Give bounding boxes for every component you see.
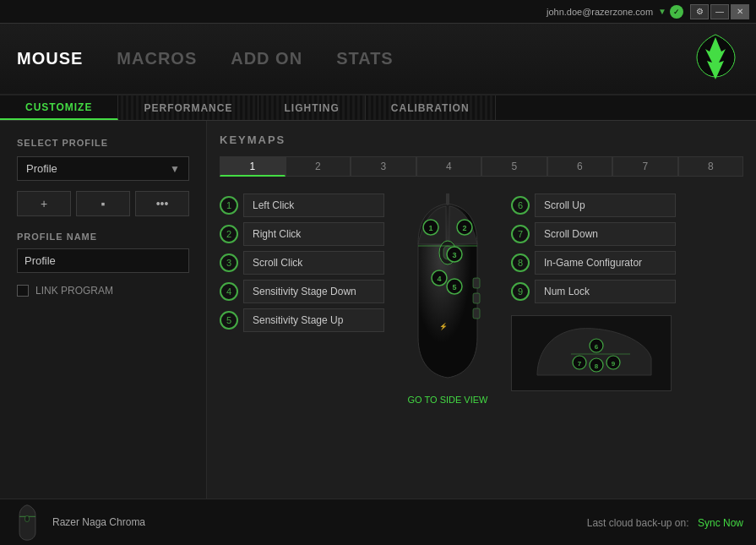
- link-program-label: LINK PROGRAM: [35, 285, 113, 297]
- keymap-tab-6[interactable]: 6: [547, 156, 613, 177]
- profile-actions: + ▪ •••: [17, 191, 189, 216]
- svg-rect-5: [473, 308, 480, 319]
- key-button-6[interactable]: Scroll Up: [535, 193, 676, 217]
- key-number-9: 9: [511, 282, 530, 301]
- key-button-9[interactable]: Num Lock: [535, 280, 676, 303]
- key-number-3: 3: [220, 253, 238, 272]
- key-item-9: 9 Num Lock: [511, 280, 676, 303]
- mouse-image-container: ⚡ 1 2 3 4 5: [393, 193, 503, 405]
- key-button-7[interactable]: Scroll Down: [535, 222, 676, 246]
- keymap-tab-1[interactable]: 1: [220, 156, 286, 177]
- sync-now-button[interactable]: Sync Now: [698, 517, 743, 529]
- key-item-2: 2 Right Click: [220, 222, 384, 246]
- profile-dropdown-value: Profile: [26, 162, 57, 175]
- key-button-4[interactable]: Sensitivity Stage Down: [243, 280, 384, 303]
- window-controls: ⚙ — ✕: [690, 4, 749, 19]
- key-button-8[interactable]: In-Game Configurator: [535, 251, 676, 275]
- sync-section: Last cloud back-up on: Sync Now: [587, 515, 743, 530]
- sync-label: Last cloud back-up on:: [587, 517, 689, 529]
- svg-text:7: 7: [578, 360, 582, 368]
- keymap-tab-3[interactable]: 3: [351, 156, 416, 177]
- keymap-tab-5[interactable]: 5: [481, 156, 547, 177]
- profile-name-label: PROFILE NAME: [17, 232, 189, 242]
- key-number-2: 2: [220, 225, 238, 243]
- add-profile-button[interactable]: +: [17, 191, 71, 216]
- profile-name-input[interactable]: [17, 248, 189, 273]
- svg-text:6: 6: [595, 343, 599, 351]
- edit-profile-button[interactable]: ▪: [76, 191, 130, 216]
- mouse-layout: 1 Left Click 2 Right Click 3 Scroll Clic…: [220, 193, 743, 405]
- subnav-customize[interactable]: CUSTOMIZE: [0, 95, 118, 120]
- dropdown-arrow-icon: ▼: [658, 7, 666, 16]
- link-program-checkbox[interactable]: [17, 285, 29, 297]
- select-profile-label: SELECT PROFILE: [17, 138, 189, 148]
- keymap-tab-7[interactable]: 7: [612, 156, 678, 177]
- key-item-3: 3 Scroll Click: [220, 251, 384, 275]
- subnav-performance[interactable]: PERFORMANCE: [118, 95, 258, 120]
- button-list-right: 6 Scroll Up 7 Scroll Down 8 In-Game Conf…: [511, 193, 676, 303]
- title-bar: john.doe@razerzone.com ▼ ✓ ⚙ — ✕: [0, 0, 756, 24]
- key-number-5: 5: [220, 311, 238, 330]
- key-item-7: 7 Scroll Down: [511, 222, 676, 246]
- key-item-8: 8 In-Game Configurator: [511, 251, 676, 275]
- svg-text:2: 2: [462, 224, 466, 232]
- svg-text:1: 1: [428, 224, 432, 232]
- subnav-lighting[interactable]: LIGHTING: [258, 95, 365, 120]
- link-program-row: LINK PROGRAM: [17, 285, 189, 297]
- nav-tab-stats[interactable]: STATS: [336, 49, 394, 68]
- razer-logo: [688, 30, 743, 89]
- svg-text:9: 9: [612, 360, 616, 368]
- key-number-6: 6: [511, 196, 530, 215]
- subnav-calibration[interactable]: CALIBRATION: [366, 95, 496, 120]
- goto-label: GO TO: [408, 395, 438, 405]
- keymap-tab-2[interactable]: 2: [286, 156, 351, 177]
- nav-tab-addon[interactable]: ADD ON: [231, 49, 302, 68]
- more-options-button[interactable]: •••: [135, 191, 189, 216]
- key-button-2[interactable]: Right Click: [243, 222, 384, 246]
- keymap-tab-4[interactable]: 4: [416, 156, 482, 177]
- key-number-4: 4: [220, 282, 238, 301]
- svg-text:4: 4: [437, 275, 441, 283]
- goto-side-view: GO TO SIDE VIEW: [408, 395, 488, 405]
- main-nav: MOUSE MACROS ADD ON STATS: [17, 49, 394, 68]
- content-panel: KEYMAPS 1 2 3 4 5 6 7 8 1 Left Click 2 R…: [207, 121, 756, 499]
- side-view-thumbnail[interactable]: 6 7 8 9: [511, 315, 672, 391]
- button-list-left: 1 Left Click 2 Right Click 3 Scroll Clic…: [220, 193, 384, 332]
- device-name: Razer Naga Chroma: [52, 516, 145, 528]
- nav-tab-mouse[interactable]: MOUSE: [17, 49, 83, 68]
- profile-dropdown[interactable]: Profile ▼: [17, 156, 189, 181]
- key-number-7: 7: [511, 225, 530, 243]
- key-item-5: 5 Sensitivity Stage Up: [220, 308, 384, 332]
- key-button-1[interactable]: Left Click: [243, 193, 384, 217]
- keymaps-title: KEYMAPS: [220, 134, 743, 146]
- sub-nav: CUSTOMIZE PERFORMANCE LIGHTING CALIBRATI…: [0, 95, 756, 121]
- minimize-button[interactable]: —: [710, 4, 729, 19]
- svg-text:⚡: ⚡: [439, 322, 448, 330]
- key-item-6: 6 Scroll Up: [511, 193, 676, 217]
- bottom-bar: Razer Naga Chroma Last cloud back-up on:…: [0, 499, 756, 545]
- keymap-tab-8[interactable]: 8: [678, 156, 744, 177]
- key-number-1: 1: [220, 196, 238, 215]
- sidebar: SELECT PROFILE Profile ▼ + ▪ ••• PROFILE…: [0, 121, 207, 499]
- key-button-3[interactable]: Scroll Click: [243, 251, 384, 275]
- app-header: MOUSE MACROS ADD ON STATS: [0, 24, 756, 95]
- svg-point-29: [24, 515, 29, 521]
- device-icon: [13, 504, 42, 542]
- svg-text:3: 3: [452, 251, 456, 259]
- key-button-5[interactable]: Sensitivity Stage Up: [243, 308, 384, 332]
- settings-button[interactable]: ⚙: [690, 4, 709, 19]
- bottom-device: Razer Naga Chroma: [13, 504, 587, 542]
- svg-rect-3: [473, 278, 480, 288]
- key-number-8: 8: [511, 253, 530, 272]
- main-content: SELECT PROFILE Profile ▼ + ▪ ••• PROFILE…: [0, 121, 756, 499]
- svg-text:5: 5: [452, 283, 456, 292]
- user-email: john.doe@razerzone.com: [547, 7, 653, 17]
- svg-text:8: 8: [595, 362, 599, 370]
- dropdown-chevron-icon: ▼: [170, 163, 180, 175]
- side-view-link[interactable]: SIDE VIEW: [440, 395, 488, 405]
- nav-tab-macros[interactable]: MACROS: [117, 49, 197, 68]
- user-status-icon: ✓: [670, 5, 683, 19]
- close-button[interactable]: ✕: [731, 4, 749, 19]
- side-view-svg: 6 7 8 9: [512, 316, 672, 391]
- svg-rect-4: [473, 293, 480, 303]
